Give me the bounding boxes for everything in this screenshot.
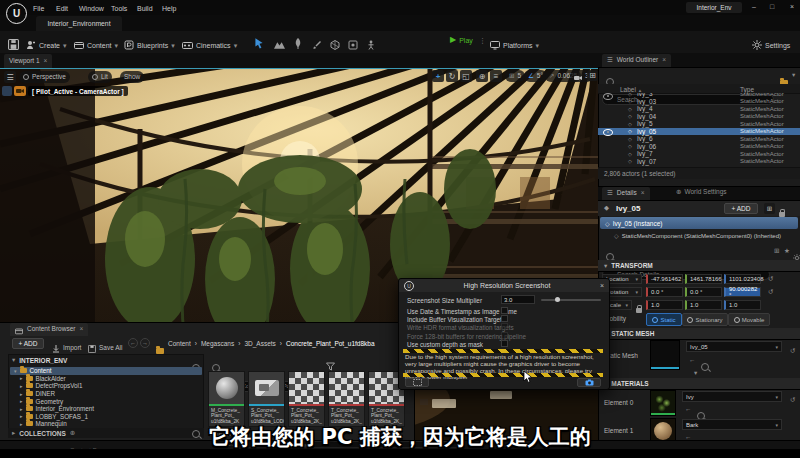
minimize-icon[interactable]: – — [752, 3, 756, 10]
close-icon[interactable]: × — [600, 282, 604, 289]
element0-thumbnail[interactable] — [650, 390, 676, 416]
tree-item[interactable]: ▸LOBBY_SOFAS_1 — [10, 413, 202, 421]
dialog-option-row[interactable]: Use Date & Timestamp as Image name — [399, 307, 609, 315]
back-icon[interactable]: ← — [128, 338, 138, 348]
close-icon[interactable]: × — [641, 190, 645, 197]
slider-handle[interactable] — [555, 297, 560, 302]
grid-view-icon[interactable]: ⊞ — [774, 248, 779, 255]
materials-section-header[interactable]: ▾ MATERIALS — [598, 378, 800, 390]
tree-item[interactable]: ▸DefectPropsVol1 — [10, 382, 202, 390]
content-browser-tab[interactable]: Content Browser × — [10, 323, 88, 336]
landscape-mode-icon[interactable] — [274, 36, 285, 54]
fracture-mode-icon[interactable] — [330, 36, 340, 54]
static-mesh-dropdown[interactable]: Ivy_05 ▾ — [686, 341, 782, 352]
transform-section-header[interactable]: ▾ TRANSFORM — [598, 260, 800, 272]
multiplier-slider[interactable] — [541, 299, 601, 301]
use-selected-icon[interactable]: ← — [685, 406, 692, 413]
details-search[interactable] — [602, 245, 770, 256]
close-icon[interactable]: × — [790, 3, 794, 10]
viewport-tab[interactable]: Viewport 1 × — [4, 54, 52, 68]
scale-y-field[interactable]: 1.0 — [685, 300, 722, 310]
static-mesh-section-header[interactable]: ▾ STATIC MESH — [598, 328, 800, 340]
show-dropdown[interactable]: Show — [120, 71, 144, 83]
menu-edit[interactable]: Edit — [56, 5, 68, 12]
cb-add-button[interactable]: + ADD — [12, 338, 44, 349]
add-component-button[interactable]: + ADD — [724, 203, 758, 214]
level-tab[interactable]: Interior_Environment — [36, 16, 122, 31]
asset-tile[interactable]: S_Concrete_Plant_Pot_u1fd8kba_LOD0 — [248, 371, 285, 427]
cinematics-button[interactable]: Cinematics ▾ — [182, 36, 237, 54]
tree-item[interactable]: ▸DINER — [10, 390, 202, 398]
brush-edit-icon[interactable] — [348, 36, 358, 54]
location-x-field[interactable]: -47.961462 — [646, 274, 683, 284]
outliner-row[interactable]: ◇Ivy_03StaticMeshActor — [598, 98, 800, 106]
mesh-paint-icon[interactable] — [312, 36, 322, 54]
outliner-row[interactable]: ◇Ivy_05StaticMeshActor — [598, 128, 800, 136]
chevron-right-icon[interactable]: ▸ — [20, 406, 23, 412]
rotation-z-field[interactable]: 90.000282 ° — [724, 287, 761, 297]
play-button[interactable]: ▶ Play — [450, 36, 473, 44]
animation-mode-icon[interactable] — [366, 36, 376, 54]
outliner-row[interactable]: ◇Ivy_07StaticMeshActor — [598, 158, 800, 166]
column-label[interactable]: Label ▲ — [620, 86, 642, 93]
viewport-options-menu-icon[interactable]: ☰ — [4, 71, 16, 83]
expand-section-icon[interactable]: ▾ — [694, 370, 697, 377]
outliner-row[interactable]: ◇Ivy_6StaticMeshActor — [598, 135, 800, 143]
menu-file[interactable]: File — [33, 5, 44, 12]
asset-tile[interactable]: T_Concrete_Plant_Pot_u1fd8kba_2K_ — [288, 371, 325, 427]
checkbox[interactable] — [501, 315, 508, 322]
close-icon[interactable]: × — [79, 326, 83, 333]
maximize-viewport-icon[interactable]: ⊞ — [587, 70, 598, 81]
checkbox[interactable] — [501, 307, 508, 314]
dialog-option-row[interactable]: Use custom depth as mask — [399, 340, 609, 348]
outliner-row[interactable]: ◇Ivy_7StaticMeshActor — [598, 150, 800, 158]
angle-snap-control[interactable]: ∠ 5° — [524, 70, 547, 82]
column-type[interactable]: Type — [740, 86, 754, 93]
component-row[interactable]: ◇ StaticMeshComponent (StaticMeshCompone… — [598, 230, 800, 241]
cb-asset-search[interactable] — [208, 356, 320, 367]
surface-snap-icon[interactable]: ≡ — [490, 70, 502, 82]
move-tool-icon[interactable]: + — [432, 70, 444, 82]
maximize-icon[interactable]: □ — [770, 3, 774, 10]
scale-tool-icon[interactable]: ◱ — [460, 70, 472, 82]
dialog-option-row[interactable]: Write HDR format visualization targets — [399, 323, 609, 331]
chevron-down-icon[interactable]: ▾ — [14, 368, 17, 374]
asset-tile[interactable]: M_Concrete_Plant_Pot_u1fd8kba_2K — [208, 371, 245, 427]
breadcrumb-3d-assets[interactable]: 3D_Assets — [244, 340, 275, 347]
sources-header[interactable]: ▾ INTERIOR_ENV — [12, 357, 67, 364]
scale-x-field[interactable]: 1.0 — [646, 300, 683, 310]
grid-snap-control[interactable]: ⊞ 5 — [505, 70, 525, 82]
favorites-star-icon[interactable]: ★ — [784, 248, 790, 255]
tree-item[interactable]: ▸Geometry — [10, 397, 202, 405]
take-screenshot-button[interactable] — [577, 378, 601, 387]
mobility-movable-button[interactable]: Movable — [728, 313, 770, 326]
chevron-right-icon[interactable]: ▸ — [20, 391, 23, 397]
reset-element0-icon[interactable]: ↺ — [790, 397, 795, 404]
close-icon[interactable]: × — [44, 58, 48, 65]
outliner-tab[interactable]: ☰ World Outliner × — [602, 54, 671, 67]
capture-region-button[interactable] — [405, 378, 429, 387]
menu-build[interactable]: Build — [137, 5, 153, 12]
lit-dropdown[interactable]: Lit — [88, 71, 112, 83]
chevron-right-icon[interactable]: ▸ — [20, 413, 23, 419]
select-mode-icon[interactable] — [253, 35, 265, 53]
static-mesh-thumbnail[interactable] — [650, 340, 680, 370]
outliner-search[interactable] — [602, 70, 774, 81]
chevron-right-icon[interactable]: ▸ — [20, 398, 23, 404]
forward-icon[interactable]: → — [140, 338, 150, 348]
menu-tools[interactable]: Tools — [111, 5, 127, 12]
breadcrumb-content[interactable]: Content — [168, 340, 191, 347]
rotation-y-field[interactable]: 0.0 ° — [685, 287, 722, 297]
world-settings-tab[interactable]: ⊕ World Settings — [676, 189, 727, 196]
scale-z-field[interactable]: 1.0 — [724, 300, 761, 310]
breadcrumb-megascans[interactable]: Megascans — [201, 340, 234, 347]
location-y-field[interactable]: 1461.78166 — [685, 274, 722, 284]
menu-help[interactable]: Help — [162, 5, 176, 12]
rotate-tool-icon[interactable]: ↻ — [446, 70, 458, 82]
blueprints-button[interactable]: Blueprints ▾ — [124, 36, 175, 54]
outliner-settings-icon[interactable]: ▾ — [792, 72, 795, 79]
world-space-icon[interactable]: ⊕ — [476, 70, 488, 82]
instance-row[interactable]: ◇ Ivy_05 (Instance) — [600, 217, 798, 229]
viewport-mode-icon[interactable] — [2, 86, 12, 96]
reset-static-mesh-icon[interactable]: ↺ — [790, 348, 795, 355]
